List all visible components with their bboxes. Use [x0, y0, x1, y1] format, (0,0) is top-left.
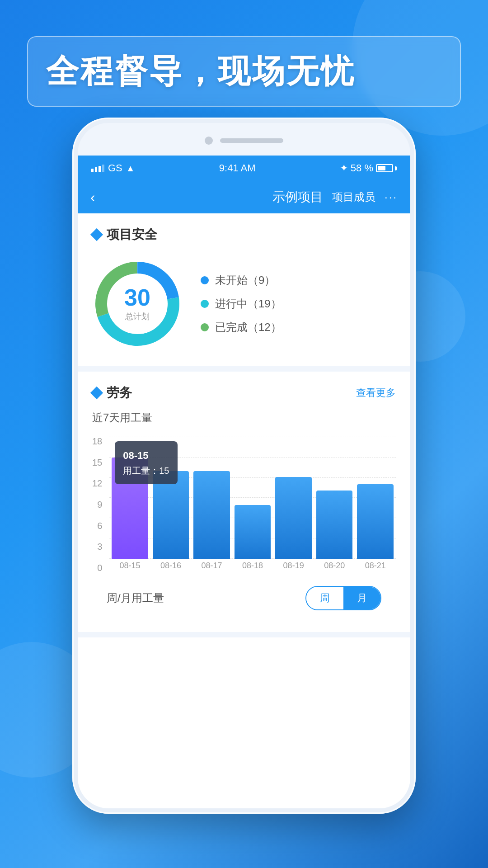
signal-bar-3	[99, 166, 101, 172]
bars-row	[109, 437, 396, 559]
battery-tip	[395, 166, 397, 170]
legend-label-completed: 已完成（12）	[215, 320, 282, 335]
legend-item-not-started: 未开始（9）	[201, 273, 282, 288]
y-label-18: 18	[92, 437, 102, 446]
bar-fill-0818	[235, 505, 271, 559]
wifi-icon: ▲	[126, 163, 135, 174]
bar-fill-0815	[112, 458, 148, 559]
nav-right-group: 示例项目 项目成员 ···	[272, 189, 398, 206]
x-labels: 08-15 08-16 08-17 08-18 08-19 08-20 08-2…	[109, 559, 396, 572]
donut-number: 30	[124, 286, 150, 309]
legend-dot-not-started	[201, 276, 209, 284]
bar-fill-0821	[357, 484, 394, 559]
legend-item-completed: 已完成（12）	[201, 320, 282, 335]
donut-chart-section: 30 总计划 未开始（9） 进行中（	[92, 254, 396, 354]
status-time: 9:41 AM	[219, 162, 256, 174]
donut-center: 30 总计划	[124, 286, 150, 322]
y-label-3: 3	[92, 542, 102, 551]
bar-item-0821	[357, 437, 394, 559]
y-label-6: 6	[92, 521, 102, 530]
bar-item-0815	[112, 437, 148, 559]
battery-body	[376, 164, 393, 172]
x-label-0816: 08-16	[153, 559, 189, 572]
legend-dot-in-progress	[201, 300, 209, 308]
toggle-month-button[interactable]: 月	[343, 587, 380, 609]
phone-outer: GS ▲ 9:41 AM ✦ 58 % ‹	[72, 118, 416, 814]
bluetooth-icon: ✦	[340, 162, 348, 174]
content-area: 项目安全	[78, 213, 410, 808]
labor-header: 劳务 查看更多	[92, 384, 396, 401]
diamond-icon-safety	[90, 228, 103, 241]
bar-fill-0817	[193, 471, 230, 559]
battery-fill	[378, 166, 385, 170]
x-label-0818: 08-18	[235, 559, 271, 572]
diamond-icon-labor	[90, 387, 103, 399]
x-label-0821: 08-21	[357, 559, 394, 572]
bar-fill-0820	[316, 491, 353, 559]
bar-item-0818	[235, 437, 271, 559]
week-month-label: 周/月用工量	[107, 591, 164, 605]
y-label-0: 0	[92, 563, 102, 572]
section-title-safety: 项目安全	[92, 226, 396, 243]
nav-title: 示例项目	[272, 189, 323, 206]
project-safety-section: 项目安全	[78, 213, 410, 372]
signal-icon	[91, 165, 104, 172]
x-label-0819: 08-19	[275, 559, 312, 572]
y-label-12: 12	[92, 479, 102, 488]
bar-chart: 18 15 12 9 6 3 0	[92, 437, 396, 572]
bar-fill-0816	[153, 471, 189, 559]
speaker-bar	[220, 138, 283, 143]
donut-label: 总计划	[124, 311, 150, 322]
nav-member-label[interactable]: 项目成员	[332, 190, 375, 204]
bar-fill-0819	[275, 477, 312, 559]
battery-icon	[376, 164, 397, 172]
toggle-group: 周 月	[305, 586, 381, 610]
section-title-text-safety: 项目安全	[107, 226, 157, 243]
donut-chart: 30 总计划	[92, 259, 183, 349]
signal-bar-4	[102, 165, 104, 172]
section-title-labor: 劳务	[92, 384, 132, 401]
headline-banner: 全程督导，现场无忧	[27, 36, 461, 107]
speaker-dot	[205, 137, 213, 145]
x-label-0817: 08-17	[193, 559, 230, 572]
bar-chart-container: 18 15 12 9 6 3 0	[92, 432, 396, 577]
phone-inner: GS ▲ 9:41 AM ✦ 58 % ‹	[78, 123, 410, 808]
carrier-label: GS	[108, 162, 122, 174]
signal-bar-2	[95, 167, 97, 172]
nav-back-button[interactable]: ‹	[90, 189, 95, 206]
legend-dot-completed	[201, 323, 209, 331]
phone-mockup: GS ▲ 9:41 AM ✦ 58 % ‹	[72, 118, 416, 823]
bar-item-0816	[153, 437, 189, 559]
phone-speaker	[205, 137, 283, 145]
legend-label-in-progress: 进行中（19）	[215, 297, 282, 311]
status-bar: GS ▲ 9:41 AM ✦ 58 %	[78, 156, 410, 181]
status-left: GS ▲	[91, 162, 135, 174]
bar-item-0817	[193, 437, 230, 559]
section-title-text-labor: 劳务	[107, 384, 132, 401]
bar-item-0819	[275, 437, 312, 559]
y-label-9: 9	[92, 500, 102, 509]
toggle-week-button[interactable]: 周	[306, 587, 343, 609]
legend-item-in-progress: 进行中（19）	[201, 297, 282, 311]
nav-bar: ‹ 示例项目 项目成员 ···	[78, 181, 410, 213]
chart-title: 近7天用工量	[92, 410, 396, 425]
bar-item-0820	[316, 437, 353, 559]
y-label-15: 15	[92, 458, 102, 467]
nav-more-button[interactable]: ···	[385, 191, 398, 203]
signal-bar-1	[91, 169, 94, 172]
chart-legend: 未开始（9） 进行中（19） 已完成（12）	[201, 273, 282, 335]
y-axis: 18 15 12 9 6 3 0	[92, 437, 107, 572]
labor-section: 劳务 查看更多 近7天用工量 18 15 12	[78, 372, 410, 637]
view-more-button[interactable]: 查看更多	[356, 386, 396, 400]
legend-label-not-started: 未开始（9）	[215, 273, 275, 288]
headline-text: 全程督导，现场无忧	[46, 50, 442, 93]
week-month-section: 周/月用工量 周 月	[92, 577, 396, 619]
battery-percent: 58 %	[351, 162, 373, 174]
status-right: ✦ 58 %	[340, 162, 397, 174]
chart-body: 08-15 用工量：15	[109, 437, 396, 572]
x-label-0815: 08-15	[112, 559, 148, 572]
x-label-0820: 08-20	[316, 559, 353, 572]
